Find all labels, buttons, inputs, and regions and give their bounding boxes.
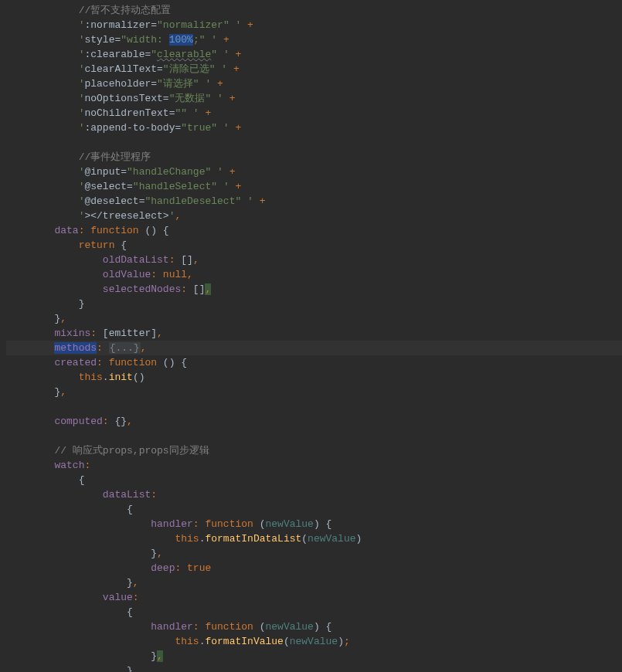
- code-line[interactable]: value:: [6, 590, 622, 605]
- code-line[interactable]: 'clearAllText="清除已选" ' +: [6, 62, 622, 76]
- code-line[interactable]: },: [6, 311, 622, 326]
- code-line[interactable]: },: [6, 649, 622, 664]
- code-line[interactable]: ':normalizer="normalizer" ' +: [6, 18, 622, 32]
- code-line[interactable]: this.formatInValue(newValue);: [6, 634, 622, 649]
- code-line[interactable]: 'style="width: 100%;" ' +: [6, 32, 622, 47]
- code-line[interactable]: {: [6, 605, 622, 619]
- code-line[interactable]: //暂不支持动态配置: [6, 3, 622, 18]
- code-line[interactable]: [6, 135, 622, 150]
- code-line[interactable]: [6, 429, 622, 443]
- code-line[interactable]: data: function () {: [6, 223, 622, 238]
- code-line[interactable]: ':append-to-body="true" ' +: [6, 120, 622, 135]
- code-line[interactable]: return {: [6, 238, 622, 253]
- code-line[interactable]: {: [6, 473, 622, 487]
- code-line[interactable]: methods: {...},: [6, 341, 622, 355]
- code-line[interactable]: 'noOptionsText="无数据" ' +: [6, 91, 622, 106]
- code-line[interactable]: '@input="handleChange" ' +: [6, 165, 622, 179]
- code-line[interactable]: // 响应式props,props同步逻辑: [6, 443, 622, 458]
- code-line[interactable]: this.init(): [6, 370, 622, 385]
- code-line[interactable]: selectedNodes: [],: [6, 282, 622, 297]
- code-line[interactable]: '@deselect="handleDeselect" ' +: [6, 194, 622, 209]
- code-line[interactable]: handler: function (newValue) {: [6, 619, 622, 634]
- code-line[interactable]: }: [6, 664, 622, 672]
- code-line[interactable]: 'noChildrenText="" ' +: [6, 106, 622, 120]
- code-line[interactable]: },: [6, 546, 622, 561]
- code-line[interactable]: {: [6, 502, 622, 517]
- code-line[interactable]: this.formatInDataList(newValue): [6, 531, 622, 546]
- code-line[interactable]: handler: function (newValue) {: [6, 517, 622, 531]
- code-line[interactable]: mixins: [emitter],: [6, 326, 622, 341]
- code-line[interactable]: computed: {},: [6, 414, 622, 429]
- code-line[interactable]: }: [6, 297, 622, 311]
- code-line[interactable]: [6, 399, 622, 414]
- code-line[interactable]: oldValue: null,: [6, 267, 622, 282]
- code-line[interactable]: },: [6, 575, 622, 590]
- code-line[interactable]: created: function () {: [6, 355, 622, 370]
- code-line[interactable]: ':clearable="clearable" ' +: [6, 47, 622, 62]
- code-line[interactable]: //事件处理程序: [6, 150, 622, 165]
- code-editor[interactable]: //暂不支持动态配置 ':normalizer="normalizer" ' +…: [0, 0, 622, 672]
- code-line[interactable]: deep: true: [6, 561, 622, 575]
- code-line[interactable]: '></treeselect>',: [6, 209, 622, 223]
- code-line[interactable]: 'placeholder="请选择" ' +: [6, 76, 622, 91]
- code-line[interactable]: oldDataList: [],: [6, 253, 622, 267]
- code-line[interactable]: '@select="handleSelect" ' +: [6, 179, 622, 194]
- code-line[interactable]: watch:: [6, 458, 622, 473]
- code-line[interactable]: dataList:: [6, 487, 622, 502]
- code-line[interactable]: },: [6, 385, 622, 399]
